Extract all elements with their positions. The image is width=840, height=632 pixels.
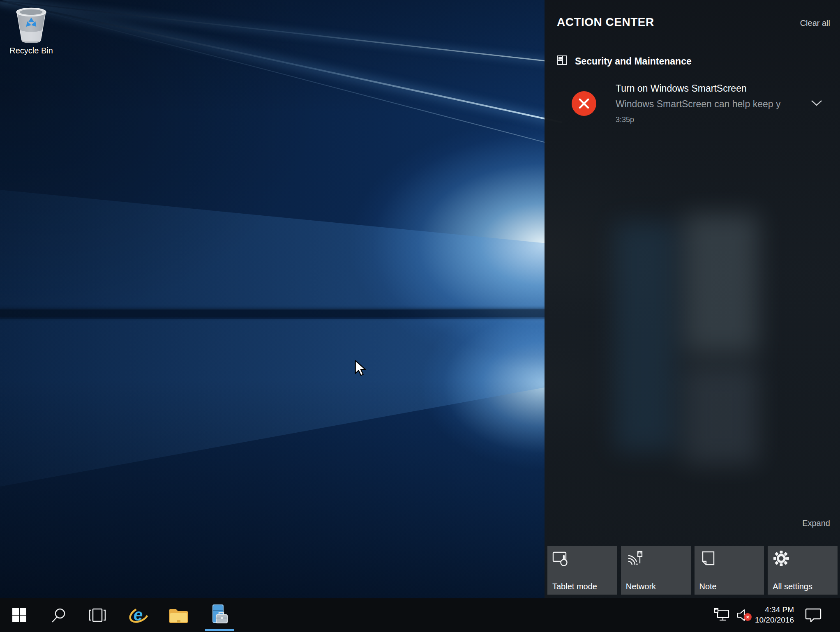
action-center-panel: ACTION CENTER Clear all Security and Mai… xyxy=(545,0,840,598)
system-tray: × 4:34 PM 10/20/2016 xyxy=(714,598,840,632)
notification-title: Turn on Windows SmartScreen xyxy=(616,84,807,93)
network-signal-icon xyxy=(626,550,644,567)
tablet-mode-icon xyxy=(552,550,570,567)
mouse-cursor xyxy=(354,360,368,378)
chevron-down-icon[interactable] xyxy=(810,99,823,108)
action-center-header: ACTION CENTER Clear all xyxy=(557,16,830,29)
clock[interactable]: 4:34 PM 10/20/2016 xyxy=(755,605,794,625)
quick-action-note[interactable]: Note xyxy=(695,546,764,595)
quick-action-network[interactable]: Network xyxy=(621,546,691,595)
expand-button[interactable]: Expand xyxy=(802,519,830,528)
search-button[interactable] xyxy=(46,598,71,632)
wallpaper-light-beam xyxy=(0,0,560,63)
clock-time: 4:34 PM xyxy=(755,605,794,615)
notification-smartscreen[interactable]: Turn on Windows SmartScreen Windows Smar… xyxy=(557,81,833,131)
task-view-button[interactable] xyxy=(85,598,110,632)
quick-action-all-settings[interactable]: All settings xyxy=(768,546,838,595)
svg-text:e: e xyxy=(134,606,143,624)
wallpaper-light-beam xyxy=(0,0,554,1)
internet-explorer-button[interactable]: e xyxy=(127,598,152,632)
recycle-bin-icon xyxy=(11,39,52,46)
error-x-icon xyxy=(572,91,596,116)
notification-time: 3:35p xyxy=(616,115,807,124)
recycle-bin[interactable]: Recycle Bin xyxy=(3,5,59,55)
file-explorer-button[interactable] xyxy=(166,598,191,632)
settings-gear-icon xyxy=(773,550,790,567)
toolbox-app-icon xyxy=(208,604,231,627)
action-center-bubble-icon[interactable] xyxy=(805,607,822,623)
volume-error-badge: × xyxy=(744,613,752,621)
taskbar: e xyxy=(0,598,840,632)
quick-action-label: Note xyxy=(699,582,717,591)
file-explorer-icon xyxy=(168,607,189,624)
notification-body: Windows SmartScreen can help keep y xyxy=(616,99,807,110)
note-icon xyxy=(699,550,717,567)
clear-all-button[interactable]: Clear all xyxy=(800,18,830,28)
quick-action-label: Tablet mode xyxy=(552,582,597,591)
blurred-windows-logo xyxy=(606,197,779,485)
recycle-bin-label: Recycle Bin xyxy=(3,46,59,55)
quick-action-label: All settings xyxy=(773,582,812,591)
internet-explorer-icon: e xyxy=(128,604,150,626)
wallpaper-dark-band xyxy=(0,309,547,317)
start-button[interactable] xyxy=(7,598,32,632)
wallpaper-light-beam xyxy=(0,0,549,144)
action-center-title: ACTION CENTER xyxy=(557,16,654,29)
windows-start-icon xyxy=(12,608,27,623)
security-maintenance-icon xyxy=(557,55,568,67)
quick-actions-row: Tablet mode Network Note xyxy=(547,546,838,595)
quick-action-label: Network xyxy=(626,582,656,591)
task-view-icon xyxy=(88,608,106,623)
ethernet-network-icon[interactable] xyxy=(714,608,730,623)
search-icon xyxy=(50,607,67,623)
active-app-indicator xyxy=(205,629,234,631)
taskbar-app-toolbox[interactable] xyxy=(204,598,235,632)
clock-date: 10/20/2016 xyxy=(755,615,794,625)
section-title: Security and Maintenance xyxy=(575,56,692,67)
quick-action-tablet-mode[interactable]: Tablet mode xyxy=(547,546,617,595)
section-security-maintenance[interactable]: Security and Maintenance xyxy=(557,55,692,67)
volume-muted-icon[interactable]: × xyxy=(737,609,749,622)
wallpaper-light-beam xyxy=(0,0,563,123)
